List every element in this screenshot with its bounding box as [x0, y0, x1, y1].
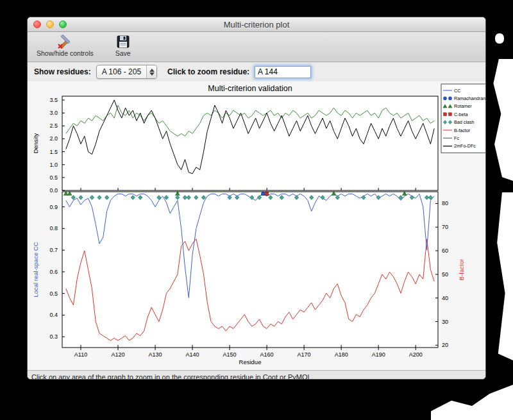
screen-artifact: [493, 192, 513, 360]
svg-text:0.5: 0.5: [49, 174, 58, 181]
show-residues-label: Show residues:: [34, 67, 91, 76]
controls-bar: Show residues: A 106 - 205 Click to zoom…: [28, 62, 485, 81]
show-residues-select[interactable]: A 106 - 205: [96, 65, 157, 79]
window-controls: [33, 21, 67, 28]
svg-text:0.8: 0.8: [49, 225, 58, 231]
show-hide-controls-button[interactable]: Show/hide controls: [34, 33, 96, 58]
top-axes: [62, 96, 438, 190]
svg-text:Multi-criterion validation: Multi-criterion validation: [208, 84, 292, 93]
zoom-residue-label: Click to zoom residue:: [167, 67, 249, 76]
screen-artifact: [495, 33, 504, 44]
save-label: Save: [115, 49, 131, 57]
svg-text:Rotamer: Rotamer: [454, 103, 472, 109]
screen-artifact: [491, 59, 513, 181]
svg-text:0.6: 0.6: [49, 269, 58, 275]
svg-text:B-factor: B-factor: [458, 259, 465, 280]
legend: CCRamachandranRotamerC-betaBad clashB-fa…: [441, 84, 486, 153]
svg-text:70: 70: [442, 224, 448, 230]
svg-text:A140: A140: [186, 351, 199, 358]
save-icon: [115, 34, 131, 49]
close-button[interactable]: [33, 21, 41, 28]
svg-text:50: 50: [442, 271, 448, 278]
desktop: { "window": { "title": "Multi-criterion …: [0, 0, 513, 420]
window-title: Multi-criterion plot: [224, 20, 290, 29]
toolbar: Show/hide controls Save: [28, 32, 485, 62]
show-hide-controls-label: Show/hide controls: [37, 49, 94, 57]
svg-text:C-beta: C-beta: [454, 112, 468, 117]
svg-text:0.9: 0.9: [49, 204, 58, 210]
status-bar: Click on any area of the graph to zoom i…: [28, 370, 485, 380]
svg-text:Ramachandran: Ramachandran: [454, 96, 485, 101]
svg-text:20: 20: [442, 342, 448, 348]
svg-text:Bad clash: Bad clash: [454, 119, 475, 125]
svg-text:A200: A200: [409, 351, 423, 358]
svg-text:80: 80: [442, 200, 448, 206]
svg-text:40: 40: [442, 295, 448, 301]
multi-criterion-window: Multi-criterion plot Show/hide controls …: [27, 17, 486, 380]
show-residues-value: A 106 - 205: [102, 67, 146, 76]
svg-text:A160: A160: [260, 351, 274, 358]
svg-text:3.0: 3.0: [49, 110, 58, 116]
status-text: Click on any area of the graph to zoom i…: [31, 373, 314, 380]
titlebar[interactable]: Multi-criterion plot: [28, 17, 485, 32]
svg-text:Residue: Residue: [239, 358, 262, 365]
c-beta-marker: [265, 192, 269, 195]
svg-text:Local real-space CC: Local real-space CC: [32, 242, 39, 297]
svg-text:Density: Density: [32, 133, 39, 153]
svg-text:CC: CC: [454, 88, 460, 94]
svg-text:Fc: Fc: [454, 135, 459, 141]
ramachandran-marker: [262, 192, 265, 196]
save-button[interactable]: Save: [113, 33, 133, 58]
svg-text:0.0: 0.0: [49, 187, 58, 194]
svg-text:60: 60: [442, 248, 448, 254]
svg-text:1.5: 1.5: [49, 149, 58, 155]
svg-text:0.3: 0.3: [49, 333, 58, 340]
svg-text:0.5: 0.5: [49, 290, 58, 297]
svg-text:A170: A170: [298, 351, 311, 358]
tools-icon: [57, 34, 72, 49]
multi-criterion-plot[interactable]: 0.00.51.01.52.02.53.03.50.30.40.50.60.70…: [28, 81, 486, 370]
svg-text:0.7: 0.7: [49, 247, 58, 253]
svg-text:A110: A110: [74, 351, 87, 358]
svg-text:2mFo-DFc: 2mFo-DFc: [454, 143, 476, 149]
svg-text:30: 30: [442, 319, 448, 325]
svg-text:A150: A150: [223, 351, 237, 358]
svg-text:3.5: 3.5: [49, 97, 58, 103]
plot-region: 0.00.51.01.52.02.53.03.50.30.40.50.60.70…: [28, 81, 485, 370]
svg-text:A190: A190: [372, 351, 385, 358]
minimize-button[interactable]: [46, 21, 54, 28]
svg-text:2.5: 2.5: [49, 122, 58, 129]
svg-text:A120: A120: [112, 351, 125, 358]
svg-text:A130: A130: [149, 351, 162, 358]
zoom-button[interactable]: [59, 21, 67, 28]
svg-text:B-factor: B-factor: [454, 128, 471, 133]
svg-text:1.0: 1.0: [49, 162, 58, 168]
svg-text:A180: A180: [335, 351, 348, 358]
zoom-residue-input[interactable]: [255, 66, 311, 78]
svg-text:2.0: 2.0: [49, 135, 58, 142]
screen-artifact: [431, 385, 513, 420]
stepper-icon: [146, 65, 156, 78]
svg-text:0.4: 0.4: [49, 312, 58, 318]
